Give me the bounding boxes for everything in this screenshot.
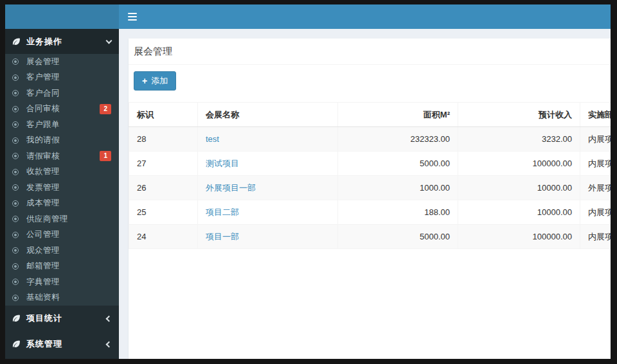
- cell-dept: 内展项目: [580, 225, 611, 249]
- sidebar-item-customer-mgmt[interactable]: 客户管理: [5, 70, 119, 86]
- app-window: 业务操作 展会管理 客户管理 客户合同 合同审核: [5, 4, 611, 359]
- cell-area: 232323.00: [338, 127, 458, 152]
- sidebar: 业务操作 展会管理 客户管理 客户合同 合同审核: [5, 29, 119, 359]
- dot-circle-icon: [12, 169, 19, 175]
- dot-circle-icon: [12, 106, 19, 112]
- sidebar-section-business-operations[interactable]: 业务操作: [5, 29, 119, 54]
- dot-circle-icon: [12, 74, 19, 81]
- sidebar-item-cost-mgmt[interactable]: 成本管理: [5, 196, 119, 212]
- dot-circle-icon: [12, 295, 19, 301]
- sidebar-item-company-mgmt[interactable]: 公司管理: [5, 227, 119, 243]
- cell-area: 188.00: [338, 200, 458, 225]
- dot-circle-icon: [12, 279, 19, 285]
- dot-circle-icon: [12, 200, 19, 207]
- sidebar-item-my-leave[interactable]: 我的请假: [5, 133, 119, 149]
- sidebar-item-contract-review[interactable]: 合同审核 2: [5, 101, 119, 117]
- cell-income: 100000.00: [458, 225, 580, 249]
- navbar: [119, 4, 611, 29]
- exhibition-link[interactable]: 外展项目一部: [206, 183, 256, 193]
- dot-circle-icon: [12, 232, 19, 238]
- dot-circle-icon: [12, 121, 19, 128]
- add-button-label: 添加: [151, 75, 168, 87]
- cell-dept: 内展项目: [580, 127, 611, 152]
- column-header-income: 预计收入: [458, 103, 580, 127]
- notification-badge: 2: [100, 104, 111, 114]
- sidebar-submenu: 展会管理 客户管理 客户合同 合同审核 2 客户跟单: [5, 54, 119, 306]
- cell-area: 5000.00: [338, 152, 458, 176]
- cell-area: 5000.00: [338, 225, 458, 249]
- exhibition-link[interactable]: 项目一部: [206, 232, 239, 241]
- table-row: 28 test 232323.00 3232.00 内展项目: [129, 127, 611, 152]
- sidebar-section-label: 系统管理: [26, 338, 62, 350]
- page-title: 展会管理: [129, 39, 611, 65]
- content-area: 展会管理 添加 标识 会展名称 面积M² 预计收入 实施部门: [119, 29, 611, 359]
- dot-circle-icon: [12, 153, 19, 159]
- cell-income: 10000.00: [458, 200, 580, 225]
- cell-name: 项目一部: [198, 225, 338, 249]
- exhibition-link[interactable]: 测试项目: [206, 159, 239, 168]
- exhibition-link[interactable]: 项目二部: [206, 207, 239, 217]
- cell-income: 3232.00: [458, 127, 580, 152]
- table-row: 24 项目一部 5000.00 100000.00 内展项目: [129, 225, 611, 249]
- cell-id: 26: [129, 176, 198, 200]
- column-header-dept: 实施部门: [580, 103, 611, 127]
- cell-name: test: [198, 127, 338, 152]
- chevron-left-icon: [106, 341, 112, 347]
- dot-circle-icon: [12, 137, 19, 144]
- sidebar-item-leave-review[interactable]: 请假审核 1: [5, 148, 119, 164]
- column-header-id: 标识: [129, 103, 198, 127]
- column-header-area: 面积M²: [338, 103, 458, 127]
- sidebar-item-supplier-mgmt[interactable]: 供应商管理: [5, 211, 119, 227]
- cell-income: 10000.00: [458, 176, 580, 200]
- sidebar-item-payment-mgmt[interactable]: 收款管理: [5, 164, 119, 180]
- cell-id: 27: [129, 152, 198, 176]
- chevron-left-icon: [106, 315, 112, 322]
- plus-icon: [142, 76, 147, 85]
- cell-id: 25: [129, 200, 198, 225]
- sidebar-item-exhibition-mgmt[interactable]: 展会管理: [5, 54, 119, 70]
- cell-dept: 内展项目: [580, 152, 611, 176]
- exhibition-table: 标识 会展名称 面积M² 预计收入 实施部门 28 test 232323.00: [129, 102, 611, 249]
- cell-dept: 内展项目: [580, 200, 611, 225]
- cell-name: 项目二部: [198, 200, 338, 225]
- table-row: 26 外展项目一部 1000.00 10000.00 外展项目: [129, 176, 611, 200]
- cell-income: 100000.00: [458, 152, 580, 176]
- notification-badge: 1: [100, 151, 111, 161]
- column-header-name: 会展名称: [198, 103, 338, 127]
- cell-id: 28: [129, 127, 198, 152]
- sidebar-item-audience-mgmt[interactable]: 观众管理: [5, 243, 119, 259]
- sidebar-item-customer-followup[interactable]: 客户跟单: [5, 117, 119, 133]
- sidebar-item-invoice-mgmt[interactable]: 发票管理: [5, 180, 119, 196]
- dot-circle-icon: [12, 184, 19, 191]
- cell-id: 24: [129, 225, 198, 249]
- dot-circle-icon: [12, 216, 19, 222]
- table-row: 27 测试项目 5000.00 100000.00 内展项目: [129, 152, 611, 176]
- top-navbar: [5, 4, 611, 29]
- cell-name: 测试项目: [198, 152, 338, 176]
- screenshot-frame: 业务操作 展会管理 客户管理 客户合同 合同审核: [0, 0, 617, 364]
- brand-area: [5, 4, 119, 29]
- dot-circle-icon: [12, 263, 19, 270]
- chevron-down-icon: [106, 37, 112, 44]
- dot-circle-icon: [12, 58, 19, 65]
- sidebar-item-customer-contract[interactable]: 客户合同: [5, 85, 119, 101]
- sidebar-section-project-statistics[interactable]: 项目统计: [5, 306, 119, 331]
- sidebar-item-mailbox-mgmt[interactable]: 邮箱管理: [5, 259, 119, 275]
- table-header-row: 标识 会展名称 面积M² 预计收入 实施部门: [129, 103, 611, 127]
- dot-circle-icon: [12, 90, 19, 96]
- exhibition-link[interactable]: test: [206, 134, 219, 144]
- table-row: 25 项目二部 188.00 10000.00 内展项目: [129, 200, 611, 225]
- sidebar-section-label: 业务操作: [26, 36, 62, 48]
- cell-name: 外展项目一部: [198, 176, 338, 200]
- exhibition-panel: 展会管理 添加 标识 会展名称 面积M² 预计收入 实施部门: [129, 39, 611, 359]
- sidebar-item-dictionary-mgmt[interactable]: 字典管理: [5, 274, 119, 290]
- sidebar-item-basic-data[interactable]: 基础资料: [5, 290, 119, 306]
- hamburger-menu-icon[interactable]: [128, 11, 137, 22]
- leaf-icon: [12, 37, 21, 46]
- leaf-icon: [12, 340, 21, 349]
- toolbar: 添加: [129, 65, 611, 102]
- leaf-icon: [12, 314, 21, 323]
- dot-circle-icon: [12, 247, 19, 254]
- add-button[interactable]: 添加: [134, 71, 176, 91]
- sidebar-section-system-mgmt[interactable]: 系统管理: [5, 331, 119, 357]
